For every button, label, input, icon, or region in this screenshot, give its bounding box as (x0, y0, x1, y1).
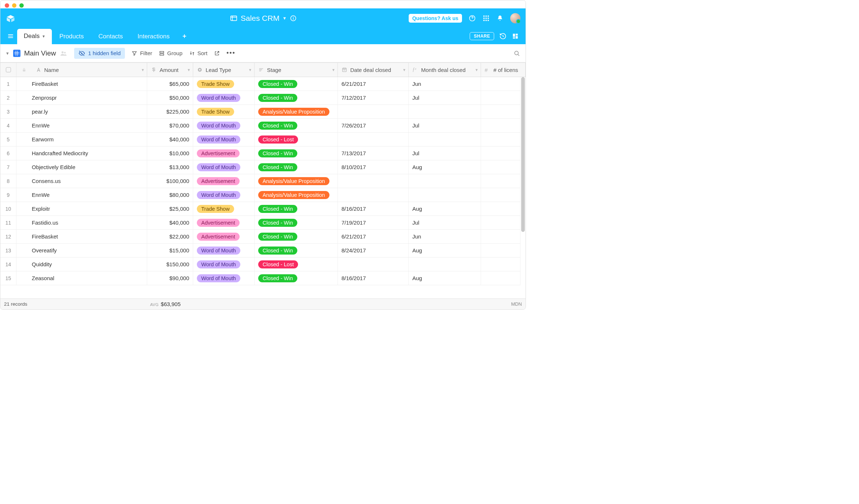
table-row[interactable]: 11Fastidio.us$40,000AdvertisementClosed … (0, 216, 520, 230)
row-expand[interactable] (16, 271, 32, 285)
cell-lead[interactable]: Word of Mouth (193, 257, 255, 271)
column-header-name[interactable]: Name▼ (32, 63, 147, 77)
cell-month[interactable]: Jul (409, 216, 481, 229)
cell-lead[interactable]: Word of Mouth (193, 188, 255, 202)
cell-month[interactable]: Aug (409, 202, 481, 215)
table-row[interactable]: 14Quiddity$150,000Word of MouthClosed - … (0, 257, 520, 271)
chevron-down-icon[interactable]: ▼ (187, 68, 191, 72)
cell-licenses[interactable] (481, 105, 520, 118)
cell-lead[interactable]: Advertisement (193, 216, 255, 229)
cell-amount[interactable]: $25,000 (147, 202, 193, 215)
cell-licenses[interactable] (481, 271, 520, 285)
cell-date[interactable] (338, 257, 409, 271)
add-table-button[interactable] (179, 31, 190, 42)
cell-date[interactable] (338, 105, 409, 118)
cell-lead[interactable]: Word of Mouth (193, 244, 255, 257)
cell-stage[interactable]: Analysis/Value Proposition (255, 174, 338, 188)
cell-date[interactable]: 8/16/2017 (338, 202, 409, 215)
cell-name[interactable]: Handcrafted Mediocrity (32, 146, 147, 160)
blocks-icon[interactable] (512, 33, 519, 40)
base-title[interactable]: Sales CRM ▼ i (230, 14, 296, 23)
vertical-scrollbar[interactable] (521, 77, 525, 298)
table-row[interactable]: 6Handcrafted Mediocrity$10,000Advertisem… (0, 146, 520, 160)
row-expand[interactable] (16, 244, 32, 257)
search-icon[interactable] (513, 50, 520, 57)
share-view-icon[interactable] (214, 50, 220, 56)
row-expand[interactable] (16, 119, 32, 132)
cell-month[interactable] (409, 133, 481, 146)
cell-name[interactable]: Fastidio.us (32, 216, 147, 229)
cell-month[interactable]: Jun (409, 230, 481, 243)
cell-amount[interactable]: $100,000 (147, 174, 193, 188)
row-expand[interactable] (16, 257, 32, 271)
cell-lead[interactable]: Word of Mouth (193, 160, 255, 174)
ask-us-button[interactable]: Questions? Ask us (409, 14, 462, 23)
window-close-icon[interactable] (5, 3, 9, 8)
row-expand[interactable] (16, 174, 32, 188)
cell-amount[interactable]: $70,000 (147, 119, 193, 132)
cell-amount[interactable]: $40,000 (147, 133, 193, 146)
cell-amount[interactable]: $22,000 (147, 230, 193, 243)
cell-stage[interactable]: Closed - Win (255, 91, 338, 104)
cell-lead[interactable]: Advertisement (193, 146, 255, 160)
cell-amount[interactable]: $225,000 (147, 105, 193, 118)
cell-month[interactable] (409, 174, 481, 188)
view-name[interactable]: Main View (24, 49, 56, 57)
cell-date[interactable]: 8/16/2017 (338, 271, 409, 285)
cell-amount[interactable]: $13,000 (147, 160, 193, 174)
cell-month[interactable] (409, 188, 481, 202)
cell-date[interactable]: 8/10/2017 (338, 160, 409, 174)
cell-stage[interactable]: Analysis/Value Proposition (255, 105, 338, 118)
table-row[interactable]: 9EnnWe$80,000Word of MouthAnalysis/Value… (0, 188, 520, 202)
cell-date[interactable]: 7/26/2017 (338, 119, 409, 132)
cell-lead[interactable]: Advertisement (193, 174, 255, 188)
cell-date[interactable] (338, 133, 409, 146)
chevron-down-icon[interactable]: ▼ (475, 68, 478, 72)
column-header-stage[interactable]: Stage▼ (255, 63, 338, 77)
cell-amount[interactable]: $15,000 (147, 244, 193, 257)
cell-name[interactable]: FireBasket (32, 77, 147, 91)
share-button[interactable]: SHARE (470, 32, 494, 40)
cell-stage[interactable]: Analysis/Value Proposition (255, 188, 338, 202)
cell-stage[interactable]: Closed - Lost (255, 257, 338, 271)
cell-licenses[interactable] (481, 257, 520, 271)
cell-stage[interactable]: Closed - Win (255, 202, 338, 215)
cell-month[interactable]: Jul (409, 91, 481, 104)
row-expand[interactable] (16, 160, 32, 174)
cell-amount[interactable]: $10,000 (147, 146, 193, 160)
cell-name[interactable]: Quiddity (32, 257, 147, 271)
cell-name[interactable]: EnnWe (32, 188, 147, 202)
apps-grid-icon[interactable] (482, 15, 490, 22)
cell-month[interactable]: Aug (409, 271, 481, 285)
cell-name[interactable]: Consens.us (32, 174, 147, 188)
cell-date[interactable] (338, 188, 409, 202)
cell-month[interactable]: Aug (409, 244, 481, 257)
table-row[interactable]: 12FireBasket$22,000AdvertisementClosed -… (0, 230, 520, 244)
cell-licenses[interactable] (481, 133, 520, 146)
cell-name[interactable]: Zeasonal (32, 271, 147, 285)
cell-stage[interactable]: Closed - Win (255, 146, 338, 160)
cell-licenses[interactable] (481, 174, 520, 188)
tab-interactions[interactable]: Interactions (130, 29, 177, 44)
row-expand[interactable] (16, 146, 32, 160)
table-row[interactable]: 8Consens.us$100,000AdvertisementAnalysis… (0, 174, 520, 188)
cell-stage[interactable]: Closed - Win (255, 119, 338, 132)
cell-licenses[interactable] (481, 188, 520, 202)
table-row[interactable]: 4EnnWe$70,000Word of MouthClosed - Win7/… (0, 119, 520, 133)
cell-date[interactable]: 8/24/2017 (338, 244, 409, 257)
cell-date[interactable]: 7/12/2017 (338, 91, 409, 104)
cell-name[interactable]: Zenprospr (32, 91, 147, 104)
column-header-date[interactable]: 31Date deal closed▼ (338, 63, 409, 77)
tab-contacts[interactable]: Contacts (91, 29, 130, 44)
cell-stage[interactable]: Closed - Win (255, 216, 338, 229)
window-zoom-icon[interactable] (19, 3, 24, 8)
cell-stage[interactable]: Closed - Win (255, 77, 338, 91)
cell-amount[interactable]: $65,000 (147, 77, 193, 91)
cell-licenses[interactable] (481, 119, 520, 132)
row-expand[interactable] (16, 188, 32, 202)
user-avatar[interactable] (510, 13, 520, 23)
cell-month[interactable]: Aug (409, 160, 481, 174)
hidden-fields-button[interactable]: 1 hidden field (74, 48, 125, 59)
history-icon[interactable] (499, 33, 507, 40)
cell-date[interactable]: 7/19/2017 (338, 216, 409, 229)
